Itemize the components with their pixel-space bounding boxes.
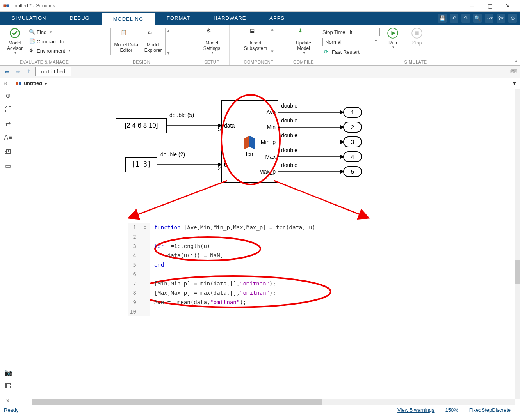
scroll-up-icon[interactable]: ▴ — [167, 28, 173, 34]
stop-button[interactable]: Stop — [405, 26, 429, 47]
svg-text:double: double — [281, 132, 297, 138]
horizontal-scrollbar[interactable] — [32, 399, 515, 405]
svg-text:double: double — [281, 103, 297, 109]
tab-hardware[interactable]: HARDWARE — [202, 12, 258, 25]
scroll-down-icon[interactable]: ▾ — [271, 48, 276, 54]
nav-back-icon[interactable]: ⬅ — [2, 67, 11, 76]
search-icon: 🔍 — [29, 29, 35, 35]
status-ready: Ready — [4, 407, 19, 413]
model-settings-button[interactable]: ⚙ Model Settings ▼ — [200, 26, 224, 56]
app-icon — [3, 3, 9, 9]
model-canvas[interactable]: [2 4 6 8 10] double (5) [1 3] double (2)… — [16, 89, 520, 405]
table-icon: 📋 — [121, 30, 132, 41]
svg-line-48 — [274, 181, 368, 218]
swap-icon[interactable]: ⇄ — [4, 119, 12, 128]
close-button[interactable]: ✕ — [499, 0, 517, 12]
undo-icon[interactable]: ↶ — [450, 14, 458, 23]
minimize-button[interactable]: ─ — [463, 0, 481, 12]
snapshot-icon[interactable]: 📷 — [4, 368, 12, 377]
svg-text:Min_p: Min_p — [261, 139, 276, 145]
signal-icon[interactable]: ⋯▾ — [485, 14, 493, 23]
model-advisor-button[interactable]: Model Advisor ▼ — [3, 26, 27, 56]
dropdown-icon[interactable]: ▼ — [512, 80, 517, 86]
constant-block-1[interactable]: [2 4 6 8 10] — [116, 118, 167, 133]
svg-text:fcn: fcn — [246, 151, 253, 157]
gear-icon: ⚙ — [207, 28, 217, 39]
svg-text:1: 1 — [351, 109, 354, 115]
outputs: double1 double2 double3 double4 double5 — [278, 103, 362, 177]
nav-up-icon[interactable]: ⬆ — [24, 67, 33, 76]
keyboard-icon[interactable]: ⌨ — [510, 69, 518, 74]
fast-restart-button[interactable]: ⟳Fast Restart — [322, 48, 380, 56]
update-model-button[interactable]: ⬇ Update Model ▼ — [292, 26, 315, 56]
collapse-icon[interactable]: ⊙ — [508, 14, 517, 23]
search-icon[interactable]: 🔍 — [473, 14, 482, 23]
svg-text:2: 2 — [351, 124, 354, 130]
svg-line-47 — [130, 181, 227, 218]
signal-label: double (5) — [169, 112, 194, 118]
svg-text:data: data — [224, 122, 235, 129]
svg-rect-6 — [415, 31, 418, 35]
svg-text:Max: Max — [265, 154, 276, 160]
environment-button[interactable]: ⚙Environment▼ — [27, 46, 73, 55]
quick-access-toolbar: 💾 ↶ ↷ 🔍 ⋯▾ ?▾ ⊙ — [438, 12, 520, 25]
compare-button[interactable]: 📑Compare To — [27, 37, 73, 46]
hierarchy-icon[interactable]: ⊕ — [3, 80, 7, 86]
play-icon — [387, 28, 398, 39]
help-icon[interactable]: ?▾ — [497, 14, 505, 23]
block-icon[interactable]: ▭ — [4, 161, 12, 170]
status-warnings[interactable]: View 5 warnings — [397, 407, 434, 413]
tab-format[interactable]: FORMAT — [155, 12, 202, 25]
constant-block-2[interactable]: [1 3] — [126, 157, 157, 172]
breadcrumb: ⊕ │ untitled ▸ ▼ — [0, 78, 520, 89]
save-icon[interactable]: 💾 — [438, 14, 447, 23]
nav-bar: ⬅ ➡ ⬆ untitled ⌨ — [0, 66, 520, 78]
annotation-icon[interactable]: A≡ — [4, 133, 12, 142]
model-icon — [15, 80, 21, 87]
signal-label: double (2) — [160, 151, 185, 158]
record-icon[interactable]: 🎞 — [4, 382, 12, 391]
tune-icon: ⚙ — [29, 48, 35, 54]
breadcrumb-model[interactable]: untitled — [24, 80, 42, 86]
tab-debug[interactable]: DEBUG — [58, 12, 102, 25]
vertical-scrollbar[interactable] — [515, 89, 520, 399]
scroll-down-icon[interactable]: ▾ — [167, 50, 173, 56]
run-button[interactable]: Run ▼ — [381, 26, 404, 51]
svg-rect-1 — [7, 5, 9, 7]
chevron-down-icon: ▼ — [14, 51, 17, 55]
title-bar: untitled * - Simulink ─ ▢ ✕ — [0, 0, 520, 12]
stop-time-input[interactable] — [348, 28, 380, 36]
image-icon[interactable]: 🖼 — [4, 147, 12, 156]
sim-mode-dropdown[interactable]: Normal▼ — [322, 38, 380, 46]
svg-text:3: 3 — [351, 138, 354, 145]
tab-modeling[interactable]: MODELING — [102, 13, 155, 25]
model-data-editor-button[interactable]: 📋 Model Data Editor — [111, 28, 141, 55]
subsystem-icon: ⬓ — [250, 28, 261, 39]
fit-icon[interactable]: ⛶ — [4, 105, 12, 114]
ribbon-collapse-icon[interactable]: ▴ — [512, 25, 520, 65]
nav-forward-icon[interactable]: ➡ — [13, 67, 22, 76]
svg-text:2: 2 — [218, 165, 221, 171]
ribbon: Model Advisor ▼ 🔍Find▼ 📑Compare To ⚙Envi… — [0, 25, 520, 66]
model-explorer-button[interactable]: 🗂 Model Explorer — [141, 28, 165, 55]
redo-icon[interactable]: ↷ — [461, 14, 470, 23]
svg-rect-0 — [4, 5, 6, 7]
expand-icon[interactable]: » — [4, 396, 12, 405]
update-icon: ⬇ — [298, 28, 309, 39]
zoom-in-icon[interactable]: ⊕ — [4, 91, 12, 100]
maximize-button[interactable]: ▢ — [481, 0, 499, 12]
scroll-up-icon[interactable]: ▴ — [271, 26, 276, 32]
chevron-right-icon: ▸ — [45, 80, 47, 86]
insert-subsystem-button[interactable]: ⬓ Insert Subsystem — [241, 26, 270, 53]
stop-time-label: Stop Time — [322, 29, 345, 35]
svg-text:Min: Min — [267, 124, 276, 130]
status-zoom[interactable]: 150% — [445, 407, 458, 413]
svg-text:double: double — [281, 117, 297, 124]
model-tab[interactable]: untitled — [35, 67, 71, 76]
tab-apps[interactable]: APPS — [258, 12, 296, 25]
find-button[interactable]: 🔍Find▼ — [27, 28, 73, 36]
status-solver[interactable]: FixedStepDiscrete — [469, 407, 511, 413]
svg-text:double: double — [281, 147, 297, 153]
ribbon-tabstrip: SIMULATION DEBUG MODELING FORMAT HARDWAR… — [0, 12, 520, 25]
tab-simulation[interactable]: SIMULATION — [0, 12, 58, 25]
